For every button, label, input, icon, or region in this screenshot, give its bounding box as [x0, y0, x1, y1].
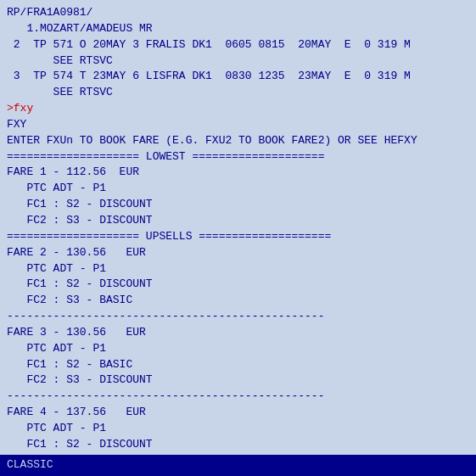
- fare-2-header: FARE 2 - 130.56 EUR: [7, 245, 469, 261]
- line-9: ENTER FXUn TO BOOK FARE (E.G. FXU2 TO BO…: [7, 133, 469, 149]
- prompt-line: >fxy: [7, 101, 469, 117]
- line-5: 3 TP 574 T 23MAY 6 LISFRA DK1 0830 1235 …: [7, 69, 469, 85]
- fare-1-fc1: FC1 : S2 - DISCOUNT: [7, 197, 469, 213]
- fare-2-fc2: FC2 : S3 - BASIC: [7, 293, 469, 309]
- dash-2: ----------------------------------------…: [7, 389, 469, 405]
- line-2: 1.MOZART/AMADEUS MR: [7, 21, 469, 37]
- fare-4-ptc: PTC ADT - P1: [7, 421, 469, 437]
- line-6: SEE RTSVC: [7, 85, 469, 101]
- line-1: RP/FRA1A0981/: [7, 5, 469, 21]
- line-3: 2 TP 571 O 20MAY 3 FRALIS DK1 0605 0815 …: [7, 37, 469, 53]
- terminal-screen: RP/FRA1A0981/ 1.MOZART/AMADEUS MR 2 TP 5…: [0, 0, 476, 476]
- fare-3-fc1: FC1 : S2 - BASIC: [7, 357, 469, 373]
- fare-1-header: FARE 1 - 112.56 EUR: [7, 165, 469, 181]
- fare-1-fc2: FC2 : S3 - DISCOUNT: [7, 213, 469, 229]
- bottom-status-bar: CLASSIC: [0, 455, 476, 476]
- line-4: SEE RTSVC: [7, 53, 469, 70]
- fare-3-fc2: FC2 : S3 - DISCOUNT: [7, 372, 469, 389]
- classic-label: CLASSIC: [7, 457, 53, 473]
- fare-2-ptc: PTC ADT - P1: [7, 261, 469, 277]
- fare-1-ptc: PTC ADT - P1: [7, 181, 469, 197]
- fare-3-header: FARE 3 - 130.56 EUR: [7, 325, 469, 341]
- fare-3-ptc: PTC ADT - P1: [7, 341, 469, 357]
- fare-4-header: FARE 4 - 137.56 EUR: [7, 405, 469, 421]
- fare-2-fc1: FC1 : S2 - DISCOUNT: [7, 277, 469, 293]
- dash-1: ----------------------------------------…: [7, 309, 469, 325]
- lowest-separator: ==================== LOWEST ============…: [7, 149, 469, 165]
- upsells-separator: ==================== UPSELLS ===========…: [7, 229, 469, 245]
- line-8: FXY: [7, 117, 469, 133]
- fare-4-fc1: FC1 : S2 - DISCOUNT: [7, 437, 469, 453]
